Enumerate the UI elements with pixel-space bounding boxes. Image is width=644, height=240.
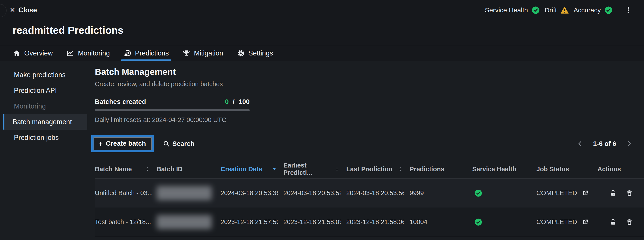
gear-icon: [237, 49, 245, 57]
job-status-cell: COMPLETED: [536, 218, 598, 226]
check-circle-icon: [604, 6, 613, 14]
column-header-earliest-prediction[interactable]: Earliest Predicti...: [284, 162, 346, 176]
sidebar-item-prediction-jobs[interactable]: Prediction jobs: [3, 130, 87, 145]
batch-name-cell: Test batch - 12/18...: [95, 218, 156, 226]
table-toolbar: + Create batch Search 1-6 of 6: [95, 135, 644, 152]
quota-reset-note: Daily limit resets at: 2024-04-27 00:00:…: [95, 116, 250, 124]
job-status-text: COMPLETED: [536, 189, 577, 197]
search-icon: [163, 140, 170, 147]
create-batch-highlight: + Create batch: [91, 135, 154, 152]
column-header-actions: Actions: [598, 166, 644, 173]
column-header-batch-name[interactable]: Batch Name: [95, 166, 156, 173]
tab-mitigation[interactable]: Mitigation: [179, 45, 227, 61]
secondary-sidebar: Make predictions Prediction API Monitori…: [0, 61, 90, 236]
window-bar: ✕ Close Service Health Drift Accuracy: [0, 0, 644, 20]
batch-id-redacted: [156, 186, 212, 200]
column-header-service-health[interactable]: Service Health: [472, 166, 536, 173]
page-title: readmitted Predictions: [0, 20, 644, 45]
check-circle-icon: [532, 6, 540, 14]
batch-name-cell: Untitled Batch - 03...: [95, 189, 156, 197]
column-header-batch-id[interactable]: Batch ID: [156, 166, 220, 173]
external-link-icon[interactable]: [581, 189, 590, 197]
status-drift: Drift: [545, 6, 569, 14]
check-circle-icon: [474, 189, 482, 197]
pagination-range: 1-6 of 6: [593, 140, 616, 147]
row-actions-cell: [598, 218, 644, 226]
create-batch-button[interactable]: + Create batch: [94, 137, 152, 150]
quota-used: 0: [225, 98, 229, 105]
job-status-cell: COMPLETED: [536, 189, 598, 197]
batch-table: Batch Name Batch ID Creation Date Earlie…: [95, 160, 644, 237]
warning-triangle-icon: [560, 6, 569, 14]
close-icon: ✕: [10, 7, 15, 14]
search-button[interactable]: Search: [163, 140, 194, 147]
status-group: Service Health Drift Accuracy: [485, 5, 634, 15]
batch-id-cell: [156, 186, 220, 200]
line-chart-icon: [66, 49, 74, 57]
column-header-last-prediction[interactable]: Last Prediction: [346, 166, 410, 173]
tab-bar: Overview Monitoring Predictions Mitigati…: [0, 45, 644, 61]
quota-block: Batches created 0 / 100 Daily limit rese…: [95, 98, 250, 124]
chevron-right-icon[interactable]: [626, 140, 632, 147]
service-health-cell: [472, 189, 536, 197]
column-header-creation-date[interactable]: Creation Date: [220, 166, 284, 173]
sort-updown-icon: [398, 166, 403, 172]
trash-icon[interactable]: [625, 189, 634, 197]
status-service-health: Service Health: [485, 6, 540, 14]
row-actions-cell: [598, 189, 644, 197]
predictions-count-cell: 10004: [410, 218, 472, 226]
quota-limit: 100: [239, 98, 250, 105]
quota-value: 0 / 100: [225, 98, 250, 105]
plus-icon: +: [98, 140, 103, 147]
tab-overview[interactable]: Overview: [9, 45, 56, 61]
sidebar-item-monitoring: Monitoring: [3, 98, 87, 114]
section-heading: Batch Management: [95, 67, 644, 77]
sidebar-item-batch-management[interactable]: Batch management: [3, 114, 87, 130]
service-health-cell: [472, 218, 536, 226]
column-header-predictions[interactable]: Predictions: [410, 166, 472, 173]
sidebar-item-make-predictions[interactable]: Make predictions: [3, 67, 87, 83]
creation-date-cell: 2024-03-18 20:53:36 UTC: [220, 189, 284, 197]
batch-id-redacted: [156, 215, 212, 229]
trash-icon[interactable]: [625, 218, 634, 226]
last-prediction-cell: 2023-12-18 21:58:06 UTC: [346, 218, 410, 226]
quota-label: Batches created: [95, 98, 146, 105]
last-prediction-cell: 2024-03-18 20:53:56 UTC: [346, 189, 410, 197]
trophy-icon: [182, 49, 190, 57]
status-accuracy: Accuracy: [574, 6, 613, 14]
tab-settings[interactable]: Settings: [233, 45, 276, 61]
external-link-icon[interactable]: [581, 218, 590, 226]
tab-predictions[interactable]: Predictions: [120, 45, 172, 61]
sort-updown-icon: [334, 166, 340, 172]
sidebar-item-prediction-api[interactable]: Prediction API: [3, 83, 87, 98]
sort-updown-icon: [145, 166, 150, 172]
earliest-prediction-cell: 2024-03-18 20:53:52 UTC: [284, 189, 346, 197]
predictions-count-cell: 9999: [410, 189, 472, 197]
main-content: Batch Management Create, review, and del…: [90, 61, 644, 236]
job-status-text: COMPLETED: [536, 218, 577, 226]
target-arrow-icon: [124, 49, 132, 57]
lock-open-icon[interactable]: [609, 218, 617, 226]
creation-date-cell: 2023-12-18 21:57:50 UTC: [220, 218, 284, 226]
top-header: ✕ Close Service Health Drift Accuracy: [0, 0, 644, 61]
home-icon: [13, 49, 21, 57]
pagination: 1-6 of 6: [577, 140, 632, 147]
kebab-menu-icon[interactable]: [623, 5, 634, 15]
close-button[interactable]: ✕ Close: [10, 6, 37, 14]
table-header-row: Batch Name Batch ID Creation Date Earlie…: [95, 160, 644, 178]
check-circle-icon: [474, 218, 482, 226]
close-label: Close: [18, 6, 37, 14]
quota-progress-bar: [95, 109, 250, 111]
sort-desc-icon: [272, 167, 277, 172]
lock-open-icon[interactable]: [609, 189, 617, 197]
tab-monitoring[interactable]: Monitoring: [63, 45, 113, 61]
batch-id-cell: [156, 215, 220, 229]
section-subheading: Create, review, and delete prediction ba…: [95, 80, 644, 88]
table-row[interactable]: Test batch - 12/18... 2023-12-18 21:57:5…: [95, 207, 644, 237]
earliest-prediction-cell: 2023-12-18 21:58:03 UTC: [284, 218, 346, 226]
column-header-job-status[interactable]: Job Status: [536, 166, 598, 173]
table-row[interactable]: Untitled Batch - 03... 2024-03-18 20:53:…: [95, 178, 644, 207]
chevron-left-icon[interactable]: [577, 140, 583, 147]
